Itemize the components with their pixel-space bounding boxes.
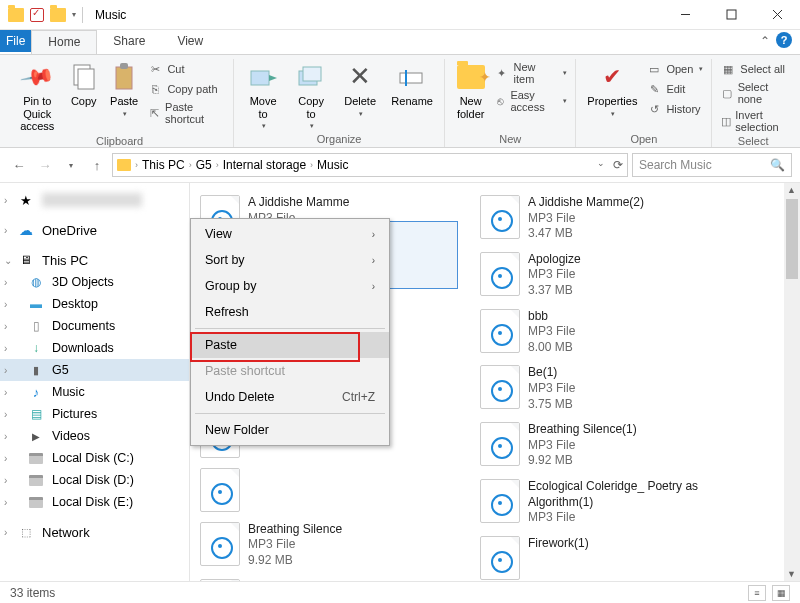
select-none-button[interactable]: ▢Select none bbox=[720, 81, 786, 105]
file-size: 9.92 MB bbox=[528, 453, 637, 469]
move-to-button[interactable]: Move to▾ bbox=[242, 59, 284, 130]
sidebar-item-local-e[interactable]: ›Local Disk (E:) bbox=[0, 491, 189, 513]
crumb-music[interactable]: Music bbox=[317, 158, 348, 172]
separator bbox=[195, 413, 385, 414]
maximize-button[interactable] bbox=[708, 0, 754, 30]
paste-shortcut-button[interactable]: ⇱Paste shortcut bbox=[147, 101, 225, 125]
file-item[interactable]: Apologize MP3 File 3.37 MB bbox=[474, 248, 754, 303]
tab-view[interactable]: View bbox=[161, 30, 219, 54]
select-all-button[interactable]: ▦Select all bbox=[720, 61, 786, 77]
sidebar-item-downloads[interactable]: ›Downloads bbox=[0, 337, 189, 359]
cut-button[interactable]: ✂Cut bbox=[147, 61, 225, 77]
file-item[interactable]: bbb MP3 File 8.00 MB bbox=[474, 305, 754, 360]
tab-file[interactable]: File bbox=[0, 30, 31, 52]
new-folder-icon[interactable] bbox=[50, 8, 66, 22]
ctx-paste-shortcut: Paste shortcut bbox=[191, 358, 389, 384]
ctx-new-folder[interactable]: New Folder bbox=[191, 417, 389, 443]
crumb-this-pc[interactable]: This PC bbox=[142, 158, 185, 172]
invert-selection-button[interactable]: ◫Invert selection bbox=[720, 109, 786, 133]
videos-icon bbox=[28, 428, 44, 444]
sidebar-item-local-d[interactable]: ›Local Disk (D:) bbox=[0, 469, 189, 491]
refresh-button[interactable]: ⟳ bbox=[613, 158, 623, 172]
file-size: 3.75 MB bbox=[528, 397, 575, 413]
ctx-paste[interactable]: Paste bbox=[191, 332, 389, 358]
pin-to-quick-access-button[interactable]: 📌 Pin to Quick access bbox=[14, 59, 61, 133]
chevron-icon[interactable]: › bbox=[135, 160, 138, 170]
close-button[interactable] bbox=[754, 0, 800, 30]
new-folder-button[interactable]: New folder bbox=[453, 59, 488, 120]
sidebar-item-pictures[interactable]: ›Pictures bbox=[0, 403, 189, 425]
chevron-right-icon: › bbox=[372, 229, 375, 240]
history-button[interactable]: ↺History bbox=[646, 101, 703, 117]
address-bar[interactable]: › This PC › G5 › Internal storage › Musi… bbox=[112, 153, 628, 177]
sidebar-onedrive[interactable]: › OneDrive bbox=[0, 219, 189, 241]
sidebar-item-3d-objects[interactable]: ›3D Objects bbox=[0, 271, 189, 293]
tab-home[interactable]: Home bbox=[31, 30, 97, 54]
help-icon[interactable]: ? bbox=[776, 32, 792, 48]
properties-icon[interactable] bbox=[30, 8, 44, 22]
paste-button[interactable]: Paste▾ bbox=[107, 59, 141, 118]
minimize-button[interactable] bbox=[662, 0, 708, 30]
easy-access-button[interactable]: ⎋Easy access▾ bbox=[494, 89, 567, 113]
sidebar-item-documents[interactable]: ›Documents bbox=[0, 315, 189, 337]
sidebar-item-music[interactable]: ›Music bbox=[0, 381, 189, 403]
ctx-undo-delete[interactable]: Undo DeleteCtrl+Z bbox=[191, 384, 389, 410]
ctx-refresh[interactable]: Refresh bbox=[191, 299, 389, 325]
crumb-g5[interactable]: G5 bbox=[196, 158, 212, 172]
svg-rect-7 bbox=[120, 63, 128, 69]
phone-icon bbox=[28, 362, 44, 378]
tiles-view-button[interactable]: ▦ bbox=[772, 585, 790, 601]
svg-rect-8 bbox=[251, 71, 269, 85]
group-label: New bbox=[453, 131, 567, 147]
collapse-ribbon-icon[interactable]: ⌃ bbox=[760, 34, 770, 48]
ctx-sort-by[interactable]: Sort by› bbox=[191, 247, 389, 273]
navigation-row: ← → ▾ ↑ › This PC › G5 › Internal storag… bbox=[0, 148, 800, 182]
search-input[interactable]: Search Music 🔍 bbox=[632, 153, 792, 177]
up-button[interactable]: ↑ bbox=[86, 154, 108, 176]
file-type: MP3 File bbox=[528, 510, 748, 526]
sidebar-item-local-c[interactable]: ›Local Disk (C:) bbox=[0, 447, 189, 469]
scrollbar[interactable] bbox=[784, 183, 800, 581]
sidebar-network[interactable]: ›Network bbox=[0, 521, 189, 543]
file-name: A Jiddishe Mamme(2) bbox=[528, 195, 644, 211]
open-button[interactable]: ▭Open▾ bbox=[646, 61, 703, 77]
edit-button[interactable]: ✎Edit bbox=[646, 81, 703, 97]
address-dropdown[interactable]: ⌄ bbox=[597, 158, 605, 172]
sidebar-item-g5[interactable]: ›G5 bbox=[0, 359, 189, 381]
sidebar-item-desktop[interactable]: ›Desktop bbox=[0, 293, 189, 315]
file-item[interactable]: Breathing Silence MP3 File 9.92 MB bbox=[194, 518, 474, 573]
sidebar-quick-access[interactable]: › ★ bbox=[0, 189, 189, 211]
file-name: bbb bbox=[528, 309, 575, 325]
group-select: ▦Select all ▢Select none ◫Invert selecti… bbox=[712, 59, 794, 147]
scrollbar-thumb[interactable] bbox=[786, 199, 798, 279]
recent-dropdown[interactable]: ▾ bbox=[60, 154, 82, 176]
qat-dropdown[interactable]: ▾ bbox=[72, 10, 76, 19]
file-item[interactable]: A Jiddishe Mamme(2) MP3 File 3.47 MB bbox=[474, 191, 754, 246]
file-item[interactable]: Firework(1) bbox=[474, 532, 754, 581]
details-view-button[interactable]: ≡ bbox=[748, 585, 766, 601]
file-name: A Jiddishe Mamme bbox=[248, 195, 349, 211]
delete-button[interactable]: ✕ Delete▾ bbox=[338, 59, 382, 118]
sidebar-this-pc[interactable]: ⌄ This PC bbox=[0, 249, 189, 271]
copy-path-button[interactable]: ⎘Copy path bbox=[147, 81, 225, 97]
svg-rect-11 bbox=[400, 73, 422, 83]
file-item[interactable]: Be(1) MP3 File 3.75 MB bbox=[474, 361, 754, 416]
crumb-internal[interactable]: Internal storage bbox=[223, 158, 306, 172]
sidebar-item-videos[interactable]: ›Videos bbox=[0, 425, 189, 447]
new-item-button[interactable]: ✦New item▾ bbox=[494, 61, 567, 85]
file-item[interactable]: Breathing Silence(1) MP3 File 9.92 MB bbox=[474, 418, 754, 473]
back-button[interactable]: ← bbox=[8, 154, 30, 176]
ctx-view[interactable]: View› bbox=[191, 221, 389, 247]
file-item[interactable] bbox=[194, 464, 474, 516]
copy-icon bbox=[68, 61, 100, 93]
properties-button[interactable]: ✔ Properties▾ bbox=[584, 59, 640, 118]
tab-share[interactable]: Share bbox=[97, 30, 161, 54]
rename-button[interactable]: Rename bbox=[388, 59, 436, 108]
ctx-group-by[interactable]: Group by› bbox=[191, 273, 389, 299]
copy-button[interactable]: Copy bbox=[67, 59, 101, 108]
file-item[interactable]: Ecological Coleridge_ Poetry as Algorith… bbox=[474, 475, 754, 530]
forward-button[interactable]: → bbox=[34, 154, 56, 176]
documents-icon bbox=[28, 318, 44, 334]
copy-to-button[interactable]: Copy to▾ bbox=[290, 59, 332, 130]
navigation-pane[interactable]: › ★ › OneDrive ⌄ This PC ›3D Objects ›De… bbox=[0, 183, 190, 581]
